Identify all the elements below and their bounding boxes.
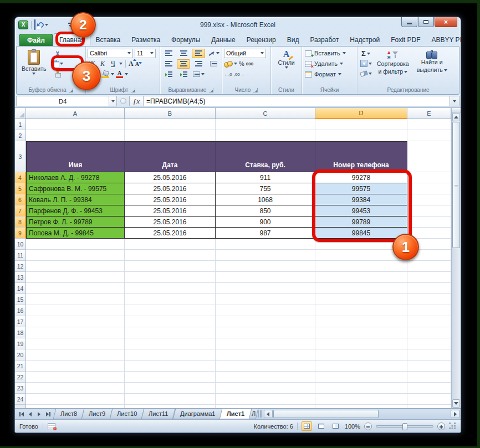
styles-button[interactable]: А Стили bbox=[274, 48, 298, 70]
autosum-button[interactable]: Σ bbox=[359, 49, 372, 58]
cell-D17[interactable] bbox=[315, 316, 407, 327]
cell-D13[interactable] bbox=[315, 272, 407, 283]
cell-B5[interactable]: 25.05.2016 bbox=[125, 183, 216, 194]
row-header-3[interactable]: 3 bbox=[15, 141, 26, 172]
cell-A22[interactable] bbox=[26, 372, 125, 383]
underline-dropdown-icon[interactable] bbox=[119, 63, 122, 65]
cell-B10[interactable] bbox=[125, 239, 216, 250]
grow-font-button[interactable]: А bbox=[129, 60, 134, 68]
vertical-scroll-track[interactable] bbox=[452, 248, 461, 399]
cell-C18[interactable] bbox=[216, 327, 315, 338]
name-box-grip[interactable] bbox=[117, 96, 129, 106]
zoom-out-button[interactable] bbox=[364, 423, 372, 430]
horizontal-scroll-thumb[interactable] bbox=[273, 410, 379, 418]
column-header-D[interactable]: D bbox=[315, 108, 407, 119]
cell-C15[interactable] bbox=[216, 294, 315, 305]
cell-C4[interactable]: 911 bbox=[216, 172, 315, 183]
cell-A5[interactable]: Сафронова В. М. - 99575 bbox=[26, 183, 125, 194]
zoom-level[interactable]: 100% bbox=[345, 423, 360, 430]
cell-B8[interactable]: 25.05.2016 bbox=[125, 217, 216, 228]
cell-D22[interactable] bbox=[315, 372, 407, 383]
cell-A15[interactable] bbox=[26, 294, 125, 305]
increase-indent-button[interactable] bbox=[177, 70, 190, 79]
cell-E14[interactable] bbox=[407, 283, 451, 294]
cell-A20[interactable] bbox=[26, 349, 125, 361]
sheet-tab-3[interactable]: Лист10 bbox=[110, 409, 145, 419]
cell-C7[interactable]: 850 bbox=[216, 205, 315, 217]
split-box[interactable] bbox=[452, 108, 461, 112]
page-layout-view-button[interactable] bbox=[316, 421, 326, 431]
cell-E24[interactable] bbox=[407, 394, 451, 405]
cell-B7[interactable]: 25.05.2016 bbox=[125, 205, 216, 217]
zoom-in-button[interactable] bbox=[437, 423, 445, 430]
cell-E23[interactable] bbox=[407, 383, 451, 394]
cell-D2[interactable] bbox=[315, 130, 407, 141]
cell-C10[interactable] bbox=[216, 239, 315, 250]
cell-C19[interactable] bbox=[216, 338, 315, 349]
cell-B23[interactable] bbox=[125, 383, 216, 394]
row-header-8[interactable]: 8 bbox=[15, 217, 26, 228]
cell-C14[interactable] bbox=[216, 283, 315, 294]
cell-B21[interactable] bbox=[125, 361, 216, 372]
undo-button[interactable] bbox=[38, 22, 48, 28]
cell-C12[interactable] bbox=[216, 261, 315, 272]
cell-A17[interactable] bbox=[26, 316, 125, 327]
cell-A3[interactable]: Имя bbox=[26, 141, 125, 172]
cell-D14[interactable] bbox=[315, 283, 407, 294]
align-top-button[interactable] bbox=[162, 49, 175, 58]
fill-color-dropdown-icon[interactable] bbox=[111, 73, 114, 75]
cell-B13[interactable] bbox=[125, 272, 216, 283]
decrease-indent-button[interactable] bbox=[162, 70, 175, 79]
shrink-font-button[interactable]: А bbox=[135, 61, 139, 67]
cell-B4[interactable]: 25.05.2016 bbox=[125, 172, 216, 183]
tab-file[interactable]: Файл bbox=[19, 34, 53, 46]
orientation-button[interactable] bbox=[207, 49, 220, 58]
cell-C24[interactable] bbox=[216, 394, 315, 405]
cell-B15[interactable] bbox=[125, 294, 216, 305]
row-header-18[interactable]: 18 bbox=[15, 327, 26, 338]
cell-A13[interactable] bbox=[26, 272, 125, 283]
row-header-10[interactable]: 10 bbox=[15, 239, 26, 250]
cell-E3[interactable] bbox=[407, 141, 451, 172]
cell-E1[interactable] bbox=[407, 119, 451, 130]
cell-A12[interactable] bbox=[26, 261, 125, 272]
hscroll-left-button[interactable] bbox=[264, 410, 273, 418]
first-sheet-button[interactable] bbox=[18, 410, 25, 418]
row-header-16[interactable]: 16 bbox=[15, 305, 26, 316]
cell-A9[interactable]: Попова М. Д. - 99845 bbox=[26, 228, 125, 239]
cell-C20[interactable] bbox=[216, 349, 315, 361]
horizontal-scrollbar[interactable] bbox=[264, 410, 459, 418]
row-header-17[interactable]: 17 bbox=[15, 316, 26, 327]
cell-A18[interactable] bbox=[26, 327, 125, 338]
font-dialog-launcher-icon[interactable] bbox=[131, 88, 135, 92]
cell-B11[interactable] bbox=[125, 250, 216, 261]
cell-B17[interactable] bbox=[125, 316, 216, 327]
align-bottom-button[interactable] bbox=[192, 49, 205, 58]
row-header-20[interactable]: 20 bbox=[15, 349, 26, 361]
cell-B9[interactable]: 25.05.2016 bbox=[125, 228, 216, 239]
scroll-up-button[interactable] bbox=[452, 113, 460, 121]
cell-E2[interactable] bbox=[407, 130, 451, 141]
cell-D16[interactable] bbox=[315, 305, 407, 316]
number-dialog-launcher-icon[interactable] bbox=[253, 88, 258, 92]
cell-D23[interactable] bbox=[315, 383, 407, 394]
cell-C17[interactable] bbox=[216, 316, 315, 327]
align-center-button[interactable] bbox=[177, 59, 190, 69]
paste-button[interactable]: Вставить bbox=[18, 48, 50, 76]
cell-C21[interactable] bbox=[216, 361, 315, 372]
close-button[interactable]: × bbox=[435, 17, 457, 27]
cell-A1[interactable] bbox=[26, 119, 125, 130]
cell-A23[interactable] bbox=[26, 383, 125, 394]
row-header-22[interactable]: 22 bbox=[15, 372, 26, 383]
cell-C22[interactable] bbox=[216, 372, 315, 383]
cell-B19[interactable] bbox=[125, 338, 216, 349]
row-header-5[interactable]: 5 bbox=[15, 183, 26, 194]
column-header-C[interactable]: C bbox=[216, 108, 315, 119]
cell-E18[interactable] bbox=[407, 327, 451, 338]
tab-data[interactable]: Данные bbox=[206, 33, 241, 46]
minimize-button[interactable] bbox=[401, 17, 417, 27]
prev-sheet-button[interactable] bbox=[27, 410, 34, 418]
sheet-tab-1[interactable]: Лист8 bbox=[53, 409, 85, 419]
row-header-19[interactable]: 19 bbox=[15, 338, 26, 349]
comma-style-button[interactable]: 000 bbox=[246, 61, 253, 66]
